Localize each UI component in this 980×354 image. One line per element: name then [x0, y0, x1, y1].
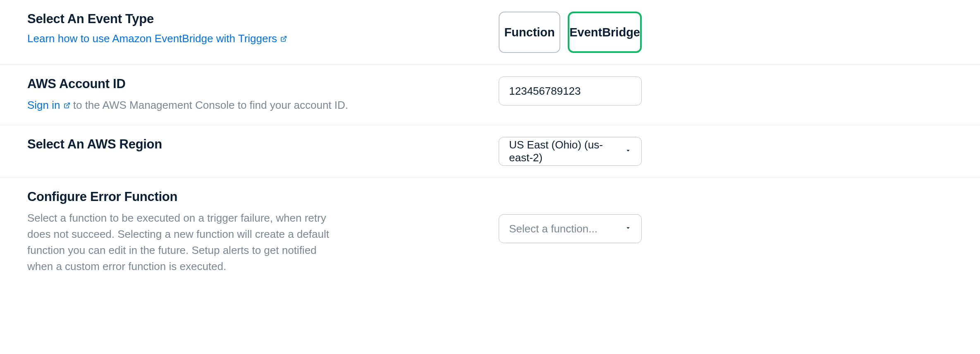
- control-col-event-type: Function EventBridge: [499, 12, 973, 53]
- event-type-toggle-group: Function EventBridge: [499, 12, 642, 53]
- select-region-wrap: US East (Ohio) (us-east-2): [499, 137, 642, 166]
- select-error-function-wrap: Select a function...: [499, 214, 642, 243]
- link-learn-eventbridge[interactable]: Learn how to use Amazon EventBridge with…: [27, 32, 287, 45]
- label-col-account-id: AWS Account ID Sign in to the AWS Manage…: [27, 77, 482, 113]
- event-type-option-eventbridge[interactable]: EventBridge: [568, 12, 642, 53]
- event-type-option-function[interactable]: Function: [499, 12, 560, 53]
- helper-account-id: Sign in to the AWS Management Console to…: [27, 97, 482, 113]
- label-col-error-function: Configure Error Function Select a functi…: [27, 189, 482, 275]
- heading-account-id: AWS Account ID: [27, 77, 482, 91]
- row-error-function: Configure Error Function Select a functi…: [0, 178, 980, 286]
- external-link-icon: [280, 36, 287, 42]
- row-event-type: Select An Event Type Learn how to use Am…: [0, 0, 980, 65]
- form-container: Select An Event Type Learn how to use Am…: [0, 0, 980, 286]
- label-col-event-type: Select An Event Type Learn how to use Am…: [27, 12, 482, 45]
- row-account-id: AWS Account ID Sign in to the AWS Manage…: [0, 65, 980, 125]
- label-col-region: Select An AWS Region: [27, 137, 482, 152]
- select-region[interactable]: US East (Ohio) (us-east-2): [499, 137, 642, 166]
- input-account-id[interactable]: [499, 77, 642, 105]
- select-error-function[interactable]: Select a function...: [499, 214, 642, 243]
- link-sign-in-label: Sign in: [27, 97, 60, 113]
- helper-account-id-text: to the AWS Management Console to find yo…: [73, 99, 348, 111]
- control-col-region: US East (Ohio) (us-east-2): [499, 137, 973, 166]
- heading-region: Select An AWS Region: [27, 137, 162, 152]
- row-region: Select An AWS Region US East (Ohio) (us-…: [0, 125, 980, 178]
- external-link-icon: [64, 102, 70, 109]
- link-learn-eventbridge-label: Learn how to use Amazon EventBridge with…: [27, 32, 277, 45]
- control-col-error-function: Select a function...: [499, 189, 973, 243]
- control-col-account-id: [499, 77, 973, 105]
- heading-error-function: Configure Error Function: [27, 189, 482, 204]
- description-error-function: Select a function to be executed on a tr…: [27, 210, 333, 275]
- heading-event-type: Select An Event Type: [27, 12, 482, 26]
- link-sign-in[interactable]: Sign in: [27, 97, 70, 113]
